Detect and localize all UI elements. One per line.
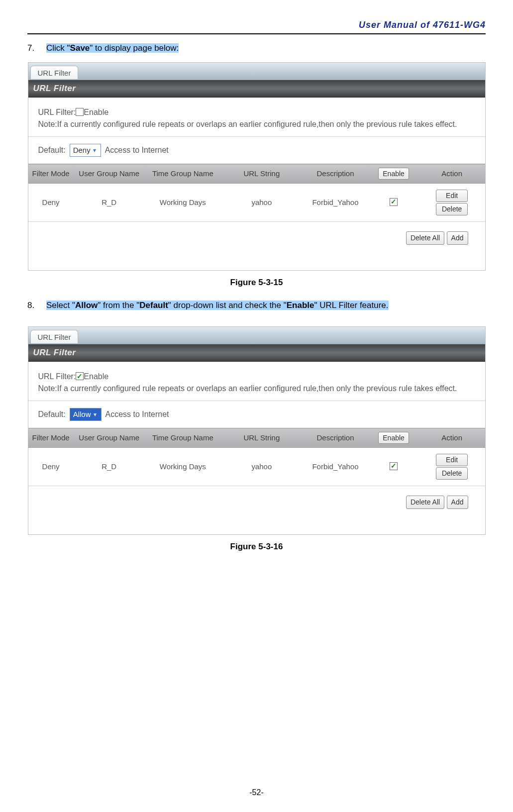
table-row-2: Deny R_D Working Days yahoo Forbid_Yahoo… <box>28 448 485 486</box>
edit-button-2[interactable]: Edit <box>436 454 468 466</box>
step-8: 8. Select "Allow" from the "Default" dro… <box>27 301 486 310</box>
th-enable: Enable <box>368 164 419 184</box>
step-8-num: 8. <box>27 301 39 310</box>
cell-mode-2: Deny <box>28 448 74 486</box>
panel-title-2: URL Filter <box>28 344 485 362</box>
step-7-text: Click "Save" to display page below: <box>39 43 179 53</box>
default-label-2: Default: <box>38 408 66 420</box>
url-filter-enable-checkbox[interactable] <box>76 108 84 116</box>
cell-action-2: Edit Delete <box>419 448 485 486</box>
delete-button-2[interactable]: Delete <box>436 467 468 480</box>
tab-strip-2: URL Filter <box>28 327 485 344</box>
delete-button[interactable]: Delete <box>436 203 468 215</box>
row-enable-checkbox[interactable] <box>390 198 398 206</box>
delete-all-button-2[interactable]: Delete All <box>406 496 444 509</box>
step-8-text: Select "Allow" from the "Default" drop-d… <box>39 301 389 310</box>
step-7: 7. Click "Save" to display page below: <box>27 43 486 53</box>
note-text: Note:If a currently configured rule repe… <box>38 118 475 130</box>
screenshot-5-3-15: URL Filter URL Filter URL Filter:Enable … <box>28 62 486 271</box>
add-button[interactable]: Add <box>447 231 468 245</box>
chevron-down-icon: ▾ <box>91 146 99 155</box>
default-suffix-2: Access to Internet <box>105 408 169 420</box>
cell-timegroup: Working Days <box>145 184 221 221</box>
delete-all-button[interactable]: Delete All <box>406 231 444 245</box>
figure-5-3-16-label: Figure 5-3-16 <box>27 542 486 552</box>
tab-strip: URL Filter <box>28 63 485 80</box>
default-select-2[interactable]: Allow ▾ <box>70 408 102 421</box>
th-action-2: Action <box>419 428 485 447</box>
enable-header-button[interactable]: Enable <box>378 168 409 180</box>
cell-timegroup-2: Working Days <box>145 448 221 486</box>
th-filter-mode-2: Filter Mode <box>28 428 74 447</box>
note-text-2: Note:If a currently configured rule repe… <box>38 383 475 395</box>
step-7-num: 7. <box>27 43 39 53</box>
tab-url-filter-2[interactable]: URL Filter <box>30 330 79 343</box>
th-user-group: User Group Name <box>74 164 145 184</box>
url-filter-enable-row-2: URL Filter:Enable <box>38 371 475 383</box>
cell-enable-2 <box>368 448 419 486</box>
th-url-string-2: URL String <box>221 428 303 447</box>
figure-5-3-15-label: Figure 5-3-15 <box>27 278 486 288</box>
doc-header: User Manual of 47611-WG4 <box>27 20 486 34</box>
cell-url: yahoo <box>221 184 303 221</box>
th-description: Description <box>303 164 369 184</box>
th-enable-2: Enable <box>368 428 419 447</box>
default-label: Default: <box>38 144 66 156</box>
url-filter-enable-row: URL Filter:Enable <box>38 106 475 118</box>
default-select[interactable]: Deny ▾ <box>70 144 101 157</box>
default-suffix: Access to Internet <box>105 144 169 156</box>
th-url-string: URL String <box>221 164 303 184</box>
cell-action: Edit Delete <box>419 184 485 221</box>
th-time-group-2: Time Group Name <box>145 428 221 447</box>
cell-usergroup-2: R_D <box>74 448 145 486</box>
filter-table-2: Filter Mode User Group Name Time Group N… <box>28 428 485 486</box>
cell-mode: Deny <box>28 184 74 221</box>
tab-url-filter[interactable]: URL Filter <box>30 66 79 79</box>
table-row: Deny R_D Working Days yahoo Forbid_Yahoo… <box>28 184 485 221</box>
th-description-2: Description <box>303 428 369 447</box>
cell-desc: Forbid_Yahoo <box>303 184 369 221</box>
filter-table: Filter Mode User Group Name Time Group N… <box>28 164 485 221</box>
row-enable-checkbox-2[interactable] <box>390 462 398 470</box>
cell-url-2: yahoo <box>221 448 303 486</box>
chevron-down-icon-2: ▾ <box>91 410 99 419</box>
cell-usergroup: R_D <box>74 184 145 221</box>
panel-title: URL Filter <box>28 80 485 98</box>
th-action: Action <box>419 164 485 184</box>
screenshot-5-3-16: URL Filter URL Filter URL Filter:Enable … <box>28 326 486 535</box>
edit-button[interactable]: Edit <box>436 190 468 202</box>
url-filter-enable-checkbox-2[interactable] <box>76 372 84 380</box>
th-filter-mode: Filter Mode <box>28 164 74 184</box>
cell-enable <box>368 184 419 221</box>
add-button-2[interactable]: Add <box>447 496 468 509</box>
th-time-group: Time Group Name <box>145 164 221 184</box>
page-number: -52- <box>0 788 513 797</box>
th-user-group-2: User Group Name <box>74 428 145 447</box>
cell-desc-2: Forbid_Yahoo <box>303 448 369 486</box>
enable-header-button-2[interactable]: Enable <box>378 432 409 444</box>
